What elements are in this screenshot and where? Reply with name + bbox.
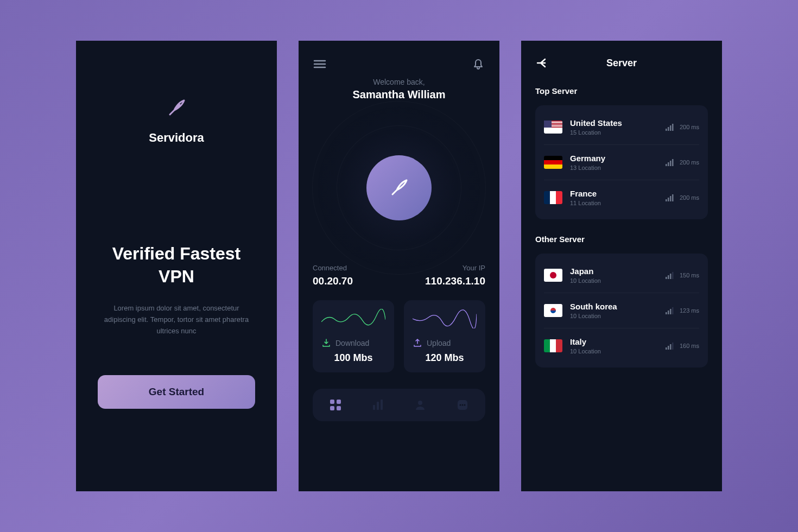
greeting: Welcome back, — [313, 78, 485, 86]
flag-jp-icon — [544, 269, 562, 282]
other-server-card: Japan 10 Location 150 ms South korea 10 … — [535, 254, 708, 368]
svg-rect-20 — [666, 199, 667, 201]
svg-rect-19 — [672, 159, 674, 166]
server-locations: 13 Location — [570, 164, 666, 171]
nav-stats[interactable] — [371, 398, 384, 411]
server-locations: 10 Location — [570, 277, 666, 284]
flag-fr-icon — [544, 191, 562, 204]
server-ping: 123 ms — [680, 307, 699, 314]
server-row[interactable]: Japan 10 Location 150 ms — [544, 258, 699, 293]
upload-value: 120 Mbs — [413, 352, 477, 364]
server-ping: 200 ms — [680, 124, 699, 130]
signal-icon — [666, 307, 675, 314]
server-ping: 150 ms — [680, 272, 699, 278]
svg-point-10 — [462, 404, 464, 406]
svg-rect-35 — [672, 343, 674, 350]
home-screen: Welcome back, Samantha William Connected… — [299, 41, 499, 491]
rocket-icon — [163, 95, 189, 121]
svg-point-7 — [418, 401, 422, 405]
upload-card: Upload 120 Mbs — [404, 300, 485, 372]
svg-rect-0 — [330, 400, 334, 404]
download-label: Download — [335, 339, 369, 347]
nav-home[interactable] — [329, 398, 342, 411]
rocket-icon — [386, 175, 412, 201]
svg-rect-4 — [373, 405, 375, 410]
svg-rect-13 — [668, 127, 669, 131]
username: Samantha William — [313, 88, 485, 101]
server-header: Server — [535, 56, 708, 70]
svg-rect-27 — [672, 272, 674, 279]
get-started-button[interactable]: Get Started — [98, 375, 255, 409]
bottom-nav — [313, 389, 485, 421]
download-sparkline — [321, 309, 385, 328]
svg-rect-33 — [668, 346, 669, 350]
svg-rect-23 — [672, 194, 674, 201]
server-name: South korea — [570, 302, 666, 311]
server-row[interactable]: South korea 10 Location 123 ms — [544, 293, 699, 328]
download-card: Download 100 Mbs — [313, 300, 394, 372]
svg-rect-31 — [672, 307, 674, 314]
svg-rect-1 — [337, 400, 341, 404]
svg-rect-5 — [377, 402, 379, 410]
server-ping: 200 ms — [680, 194, 699, 201]
svg-rect-26 — [670, 274, 672, 279]
server-row[interactable]: Germany 13 Location 200 ms — [544, 145, 699, 180]
server-locations: 11 Location — [570, 200, 666, 206]
nav-profile[interactable] — [414, 398, 427, 411]
server-locations: 15 Location — [570, 129, 666, 136]
svg-point-9 — [460, 404, 461, 406]
top-server-label: Top Server — [535, 86, 708, 96]
server-row[interactable]: France 11 Location 200 ms — [544, 180, 699, 215]
flag-us-icon — [544, 121, 562, 134]
bell-icon[interactable] — [471, 57, 485, 71]
flag-kr-icon — [544, 304, 562, 317]
connect-area — [313, 117, 485, 258]
server-info: Italy 10 Location — [570, 337, 666, 354]
server-name: Germany — [570, 154, 666, 163]
upload-label: Upload — [427, 339, 451, 347]
server-info: Germany 13 Location — [570, 154, 666, 171]
server-info: South korea 10 Location — [570, 302, 666, 319]
svg-rect-25 — [668, 275, 669, 279]
ip-value: 110.236.1.10 — [425, 275, 485, 287]
svg-rect-12 — [666, 129, 667, 131]
app-name: Servidora — [149, 131, 204, 145]
upload-sparkline — [413, 309, 477, 328]
svg-rect-15 — [672, 124, 674, 131]
ip-stat: Your IP 110.236.1.10 — [425, 264, 485, 287]
menu-icon[interactable] — [313, 57, 327, 71]
server-screen: Server Top Server United States 15 Locat… — [521, 41, 722, 491]
server-ping: 200 ms — [680, 159, 699, 166]
signal-icon — [666, 271, 675, 279]
svg-rect-16 — [666, 164, 667, 166]
svg-rect-30 — [670, 309, 672, 314]
svg-rect-29 — [668, 311, 669, 314]
svg-rect-24 — [666, 277, 667, 279]
connect-button[interactable] — [366, 155, 432, 220]
back-icon[interactable] — [535, 56, 549, 70]
server-title: Server — [549, 58, 694, 69]
server-name: Italy — [570, 337, 666, 346]
tagline: Verified Fastest VPN — [98, 243, 255, 288]
server-name: Japan — [570, 267, 666, 276]
flag-de-icon — [544, 156, 562, 169]
svg-rect-17 — [668, 162, 669, 166]
upload-icon — [413, 338, 422, 348]
server-name: United States — [570, 118, 666, 128]
svg-rect-21 — [668, 198, 669, 201]
nav-more[interactable] — [456, 398, 469, 411]
server-row[interactable]: United States 15 Location 200 ms — [544, 110, 699, 145]
server-name: France — [570, 189, 666, 198]
description: Lorem ipsum dolor sit amet, consectetur … — [98, 303, 255, 337]
signal-icon — [666, 159, 675, 166]
svg-rect-32 — [666, 347, 667, 350]
server-locations: 10 Location — [570, 313, 666, 319]
server-info: Japan 10 Location — [570, 267, 666, 284]
signal-icon — [666, 194, 675, 201]
download-value: 100 Mbs — [321, 352, 385, 364]
server-info: United States 15 Location — [570, 118, 666, 136]
onboarding-screen: Servidora Verified Fastest VPN Lorem ips… — [76, 41, 277, 491]
connected-label: Connected — [313, 264, 353, 272]
svg-rect-3 — [337, 406, 341, 410]
server-row[interactable]: Italy 10 Location 160 ms — [544, 328, 699, 363]
